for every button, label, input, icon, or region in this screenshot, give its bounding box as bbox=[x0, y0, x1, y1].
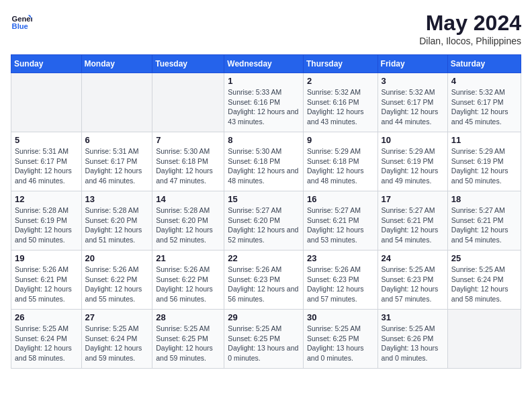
day-info: Sunrise: 5:25 AMSunset: 6:25 PMDaylight:… bbox=[307, 324, 374, 363]
calendar-cell: 2 Sunrise: 5:32 AMSunset: 6:16 PMDayligh… bbox=[303, 73, 378, 132]
day-info: Sunrise: 5:29 AMSunset: 6:18 PMDaylight:… bbox=[307, 146, 374, 186]
day-number: 11 bbox=[451, 135, 517, 145]
day-info: Sunrise: 5:31 AMSunset: 6:17 PMDaylight:… bbox=[85, 146, 149, 186]
weekday-header-monday: Monday bbox=[81, 55, 152, 73]
day-number: 26 bbox=[15, 312, 78, 322]
calendar-cell: 14 Sunrise: 5:28 AMSunset: 6:20 PMDaylig… bbox=[152, 191, 224, 250]
calendar-cell: 20 Sunrise: 5:26 AMSunset: 6:22 PMDaylig… bbox=[81, 250, 152, 310]
day-info: Sunrise: 5:28 AMSunset: 6:20 PMDaylight:… bbox=[85, 205, 149, 245]
calendar-cell: 10 Sunrise: 5:29 AMSunset: 6:19 PMDaylig… bbox=[378, 132, 447, 191]
calendar-cell: 11 Sunrise: 5:29 AMSunset: 6:19 PMDaylig… bbox=[447, 132, 521, 191]
day-info: Sunrise: 5:26 AMSunset: 6:22 PMDaylight:… bbox=[156, 265, 220, 304]
calendar-cell: 27 Sunrise: 5:25 AMSunset: 6:24 PMDaylig… bbox=[81, 310, 152, 369]
calendar-cell: 24 Sunrise: 5:25 AMSunset: 6:23 PMDaylig… bbox=[378, 250, 447, 310]
day-number: 25 bbox=[451, 253, 517, 263]
calendar-cell: 30 Sunrise: 5:25 AMSunset: 6:25 PMDaylig… bbox=[303, 310, 378, 369]
page-header: General Blue May 2024 Dilan, Ilocos, Phi… bbox=[11, 11, 521, 46]
calendar-cell: 15 Sunrise: 5:27 AMSunset: 6:20 PMDaylig… bbox=[224, 191, 304, 250]
calendar-cell: 7 Sunrise: 5:30 AMSunset: 6:18 PMDayligh… bbox=[152, 132, 224, 191]
day-info: Sunrise: 5:30 AMSunset: 6:18 PMDaylight:… bbox=[228, 146, 300, 186]
calendar-cell: 12 Sunrise: 5:28 AMSunset: 6:19 PMDaylig… bbox=[11, 191, 82, 250]
location-subtitle: Dilan, Ilocos, Philippines bbox=[419, 36, 521, 46]
day-number: 9 bbox=[307, 135, 374, 145]
day-info: Sunrise: 5:28 AMSunset: 6:20 PMDaylight:… bbox=[156, 205, 220, 245]
day-number: 29 bbox=[228, 312, 300, 322]
weekday-header-saturday: Saturday bbox=[447, 55, 521, 73]
day-number: 18 bbox=[451, 194, 517, 204]
calendar-cell: 19 Sunrise: 5:26 AMSunset: 6:21 PMDaylig… bbox=[11, 250, 82, 310]
calendar-cell: 29 Sunrise: 5:25 AMSunset: 6:25 PMDaylig… bbox=[224, 310, 304, 369]
day-info: Sunrise: 5:29 AMSunset: 6:19 PMDaylight:… bbox=[382, 146, 444, 186]
day-number: 2 bbox=[307, 76, 374, 86]
day-number: 14 bbox=[156, 194, 220, 204]
calendar-cell: 5 Sunrise: 5:31 AMSunset: 6:17 PMDayligh… bbox=[11, 132, 82, 191]
day-info: Sunrise: 5:25 AMSunset: 6:24 PMDaylight:… bbox=[15, 324, 78, 363]
calendar-cell bbox=[447, 310, 521, 369]
day-info: Sunrise: 5:25 AMSunset: 6:23 PMDaylight:… bbox=[382, 265, 444, 304]
weekday-header-sunday: Sunday bbox=[11, 55, 82, 73]
day-number: 17 bbox=[382, 194, 444, 204]
day-number: 6 bbox=[85, 135, 149, 145]
calendar-cell: 18 Sunrise: 5:27 AMSunset: 6:21 PMDaylig… bbox=[447, 191, 521, 250]
day-number: 31 bbox=[382, 312, 444, 322]
calendar-cell: 1 Sunrise: 5:33 AMSunset: 6:16 PMDayligh… bbox=[224, 73, 304, 132]
day-number: 10 bbox=[382, 135, 444, 145]
weekday-header-wednesday: Wednesday bbox=[224, 55, 304, 73]
svg-text:Blue: Blue bbox=[12, 22, 28, 30]
day-number: 8 bbox=[228, 135, 300, 145]
calendar-cell: 28 Sunrise: 5:25 AMSunset: 6:25 PMDaylig… bbox=[152, 310, 224, 369]
day-info: Sunrise: 5:33 AMSunset: 6:16 PMDaylight:… bbox=[228, 87, 300, 127]
day-info: Sunrise: 5:26 AMSunset: 6:21 PMDaylight:… bbox=[15, 265, 78, 304]
calendar-cell: 13 Sunrise: 5:28 AMSunset: 6:20 PMDaylig… bbox=[81, 191, 152, 250]
weekday-header-row: SundayMondayTuesdayWednesdayThursdayFrid… bbox=[11, 55, 521, 73]
logo: General Blue bbox=[11, 11, 32, 32]
day-info: Sunrise: 5:27 AMSunset: 6:21 PMDaylight:… bbox=[382, 205, 444, 245]
day-info: Sunrise: 5:27 AMSunset: 6:20 PMDaylight:… bbox=[228, 205, 300, 245]
weekday-header-tuesday: Tuesday bbox=[152, 55, 224, 73]
day-number: 16 bbox=[307, 194, 374, 204]
day-number: 7 bbox=[156, 135, 220, 145]
day-info: Sunrise: 5:32 AMSunset: 6:17 PMDaylight:… bbox=[382, 87, 444, 127]
day-number: 13 bbox=[85, 194, 149, 204]
month-year-title: May 2024 bbox=[419, 11, 521, 36]
day-number: 15 bbox=[228, 194, 300, 204]
day-number: 19 bbox=[15, 253, 78, 263]
day-number: 23 bbox=[307, 253, 374, 263]
day-info: Sunrise: 5:25 AMSunset: 6:25 PMDaylight:… bbox=[156, 324, 220, 363]
day-number: 4 bbox=[451, 76, 517, 86]
calendar-week-row: 5 Sunrise: 5:31 AMSunset: 6:17 PMDayligh… bbox=[11, 132, 521, 191]
day-number: 5 bbox=[15, 135, 78, 145]
day-info: Sunrise: 5:26 AMSunset: 6:23 PMDaylight:… bbox=[307, 265, 374, 304]
day-info: Sunrise: 5:32 AMSunset: 6:17 PMDaylight:… bbox=[451, 87, 517, 127]
day-info: Sunrise: 5:25 AMSunset: 6:26 PMDaylight:… bbox=[382, 324, 444, 363]
day-info: Sunrise: 5:28 AMSunset: 6:19 PMDaylight:… bbox=[15, 205, 78, 245]
weekday-header-thursday: Thursday bbox=[303, 55, 378, 73]
day-number: 3 bbox=[382, 76, 444, 86]
calendar-week-row: 12 Sunrise: 5:28 AMSunset: 6:19 PMDaylig… bbox=[11, 191, 521, 250]
day-info: Sunrise: 5:25 AMSunset: 6:24 PMDaylight:… bbox=[85, 324, 149, 363]
calendar-cell bbox=[152, 73, 224, 132]
calendar-table: SundayMondayTuesdayWednesdayThursdayFrid… bbox=[11, 54, 521, 369]
day-number: 27 bbox=[85, 312, 149, 322]
calendar-cell: 21 Sunrise: 5:26 AMSunset: 6:22 PMDaylig… bbox=[152, 250, 224, 310]
calendar-cell: 8 Sunrise: 5:30 AMSunset: 6:18 PMDayligh… bbox=[224, 132, 304, 191]
day-info: Sunrise: 5:32 AMSunset: 6:16 PMDaylight:… bbox=[307, 87, 374, 127]
day-number: 1 bbox=[228, 76, 300, 86]
day-info: Sunrise: 5:27 AMSunset: 6:21 PMDaylight:… bbox=[451, 205, 517, 245]
calendar-cell: 17 Sunrise: 5:27 AMSunset: 6:21 PMDaylig… bbox=[378, 191, 447, 250]
calendar-cell: 9 Sunrise: 5:29 AMSunset: 6:18 PMDayligh… bbox=[303, 132, 378, 191]
weekday-header-friday: Friday bbox=[378, 55, 447, 73]
day-info: Sunrise: 5:27 AMSunset: 6:21 PMDaylight:… bbox=[307, 205, 374, 245]
calendar-cell bbox=[11, 73, 82, 132]
day-info: Sunrise: 5:31 AMSunset: 6:17 PMDaylight:… bbox=[15, 146, 78, 186]
calendar-week-row: 1 Sunrise: 5:33 AMSunset: 6:16 PMDayligh… bbox=[11, 73, 521, 132]
day-number: 28 bbox=[156, 312, 220, 322]
day-info: Sunrise: 5:25 AMSunset: 6:24 PMDaylight:… bbox=[451, 265, 517, 304]
calendar-cell: 3 Sunrise: 5:32 AMSunset: 6:17 PMDayligh… bbox=[378, 73, 447, 132]
calendar-week-row: 26 Sunrise: 5:25 AMSunset: 6:24 PMDaylig… bbox=[11, 310, 521, 369]
day-number: 24 bbox=[382, 253, 444, 263]
calendar-cell: 25 Sunrise: 5:25 AMSunset: 6:24 PMDaylig… bbox=[447, 250, 521, 310]
day-number: 21 bbox=[156, 253, 220, 263]
calendar-cell: 23 Sunrise: 5:26 AMSunset: 6:23 PMDaylig… bbox=[303, 250, 378, 310]
day-number: 22 bbox=[228, 253, 300, 263]
